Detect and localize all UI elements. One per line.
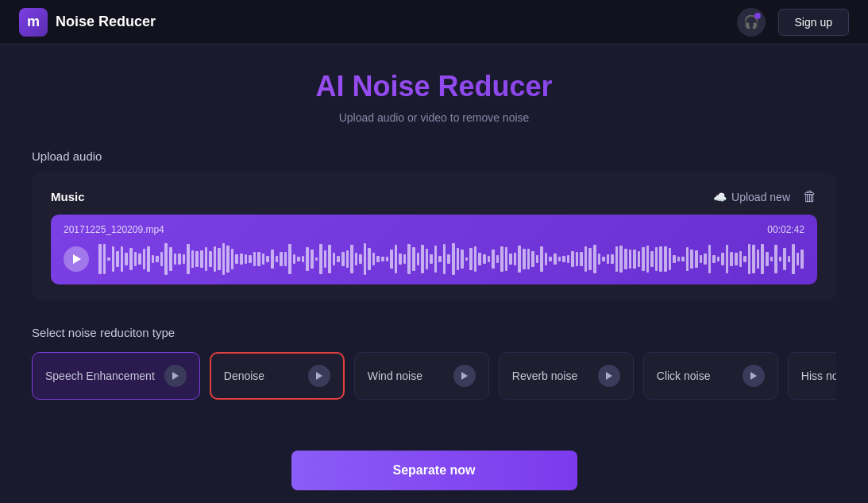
noise-type-card-hiss[interactable]: Hiss noise bbox=[788, 352, 836, 400]
waveform-bar bbox=[638, 251, 641, 267]
waveform-bar bbox=[350, 245, 353, 274]
noise-types: Speech EnhancementDenoiseWind noiseRever… bbox=[32, 352, 836, 403]
notification-button[interactable]: 🎧 bbox=[737, 8, 766, 37]
noise-play-button-reverb[interactable] bbox=[598, 365, 620, 387]
waveform-bar bbox=[690, 250, 693, 269]
noise-play-button-denoise[interactable] bbox=[308, 365, 330, 387]
page-subtitle: Upload audio or video to remove noise bbox=[32, 111, 836, 124]
waveform-bar bbox=[174, 253, 177, 265]
waveform-bar bbox=[611, 254, 614, 263]
waveform-bar bbox=[554, 253, 557, 265]
waveform-bar bbox=[571, 251, 574, 267]
notification-dot bbox=[754, 13, 761, 19]
waveform-bar bbox=[257, 252, 260, 266]
waveform-bar bbox=[624, 249, 627, 269]
noise-type-card-reverb[interactable]: Reverb noise bbox=[499, 352, 634, 400]
waveform-bar bbox=[262, 253, 265, 265]
waveform-header: 20171225_120209.mp4 00:02:42 bbox=[64, 224, 804, 235]
waveform-bar bbox=[629, 250, 632, 269]
waveform-bar bbox=[372, 253, 376, 265]
waveform-bars bbox=[98, 243, 804, 275]
waveform-bar bbox=[147, 246, 150, 273]
separate-now-button[interactable]: Separate now bbox=[291, 451, 577, 490]
waveform-bar bbox=[695, 250, 698, 269]
waveform-bar bbox=[686, 247, 689, 271]
waveform-bar bbox=[164, 243, 168, 274]
waveform-bar bbox=[721, 253, 724, 266]
waveform-bar bbox=[355, 253, 358, 265]
waveform-bar bbox=[276, 256, 279, 262]
upload-icon: ☁️ bbox=[713, 191, 727, 203]
filename: 20171225_120209.mp4 bbox=[64, 224, 164, 235]
waveform-bar bbox=[346, 250, 349, 268]
noise-type-card-denoise[interactable]: Denoise bbox=[210, 352, 345, 400]
waveform-bar bbox=[478, 253, 481, 266]
waveform-bar bbox=[469, 248, 473, 270]
waveform-bar bbox=[191, 250, 195, 267]
waveform-bar bbox=[681, 257, 685, 261]
play-button[interactable] bbox=[64, 246, 89, 272]
waveform-bar bbox=[673, 255, 676, 263]
noise-play-icon bbox=[606, 372, 612, 380]
noise-type-card-wind[interactable]: Wind noise bbox=[354, 352, 489, 400]
waveform-bar bbox=[788, 256, 791, 262]
waveform-bar bbox=[430, 254, 433, 263]
waveform-bar bbox=[249, 255, 252, 262]
waveform-bar bbox=[514, 253, 517, 265]
noise-type-card-speech[interactable]: Speech Enhancement bbox=[32, 352, 200, 400]
waveform-bar bbox=[280, 252, 283, 267]
delete-button[interactable]: 🗑 bbox=[803, 188, 817, 205]
waveform-bar bbox=[297, 257, 300, 261]
waveform-bar bbox=[386, 257, 389, 261]
waveform-bar bbox=[655, 247, 658, 271]
app-name: Noise Reducer bbox=[56, 14, 156, 30]
waveform-bar bbox=[739, 251, 743, 266]
noise-section-label: Select noise reduciton type bbox=[32, 326, 836, 339]
waveform-bar bbox=[426, 249, 429, 269]
waveform-bar bbox=[792, 244, 795, 274]
noise-play-icon bbox=[750, 372, 757, 380]
noise-play-icon bbox=[461, 372, 468, 380]
waveform-bar bbox=[712, 255, 716, 263]
waveform-bar bbox=[266, 256, 269, 262]
noise-play-button-click[interactable] bbox=[743, 365, 765, 387]
noise-play-button-speech[interactable] bbox=[164, 365, 187, 387]
waveform-bar bbox=[783, 248, 786, 270]
waveform-bar bbox=[465, 257, 469, 261]
waveform-bar bbox=[580, 252, 583, 265]
waveform-bar bbox=[235, 254, 238, 265]
upload-section-label: Upload audio bbox=[32, 149, 836, 163]
signup-button[interactable]: Sign up bbox=[778, 9, 849, 36]
waveform-bar bbox=[496, 255, 500, 263]
waveform-bar bbox=[642, 247, 645, 271]
waveform-bar bbox=[341, 252, 345, 266]
waveform-bar bbox=[143, 249, 146, 269]
waveform-bar bbox=[650, 251, 654, 267]
header-right: 🎧 Sign up bbox=[737, 8, 849, 37]
waveform-bar bbox=[169, 247, 172, 272]
waveform-bar bbox=[368, 248, 371, 271]
waveform-bar bbox=[770, 257, 773, 261]
noise-play-icon bbox=[172, 372, 179, 380]
waveform-bar bbox=[359, 254, 362, 264]
page-title: AI Noise Reducer bbox=[32, 70, 836, 103]
upload-new-button[interactable]: ☁️ Upload new bbox=[713, 191, 790, 203]
waveform-bar bbox=[160, 252, 164, 266]
waveform-bar bbox=[669, 248, 672, 270]
waveform-bar bbox=[187, 244, 190, 275]
waveform-bar bbox=[531, 251, 534, 267]
waveform-bar bbox=[536, 255, 539, 262]
noise-play-button-wind[interactable] bbox=[453, 365, 476, 387]
waveform-bar bbox=[253, 252, 257, 267]
waveform-bar bbox=[717, 257, 720, 261]
waveform-bar bbox=[306, 247, 309, 270]
waveform-bar bbox=[412, 247, 415, 271]
waveform-bar bbox=[500, 246, 503, 272]
noise-type-card-click[interactable]: Click noise bbox=[643, 352, 778, 400]
waveform-bar bbox=[112, 246, 115, 272]
noise-play-icon bbox=[316, 372, 322, 380]
waveform-bar bbox=[245, 254, 248, 264]
waveform-bar bbox=[588, 248, 592, 270]
waveform-bar bbox=[607, 254, 610, 264]
waveform-bar bbox=[576, 252, 579, 267]
